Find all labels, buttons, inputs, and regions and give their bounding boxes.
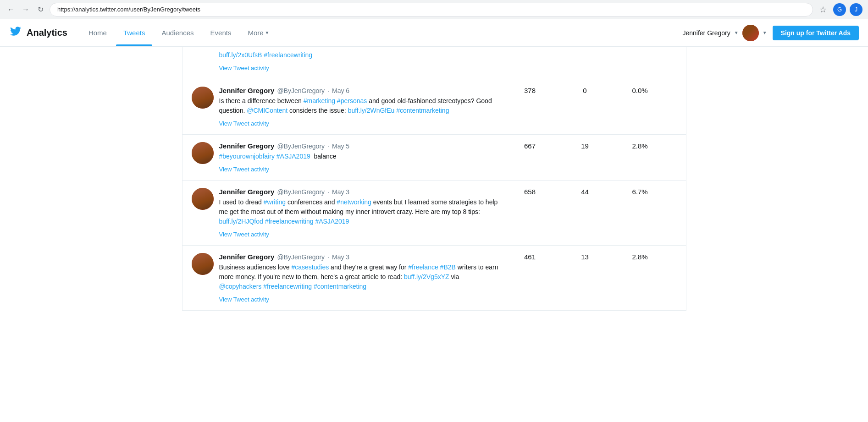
avatar-inner-4	[192, 253, 214, 275]
freelancewriting-tag-3[interactable]: #freelancewriting	[265, 218, 314, 225]
user-name-label: Jennifer Gregory	[682, 29, 730, 37]
google-profile-j[interactable]: J	[850, 3, 862, 16]
buff-link-1[interactable]: buff.ly/2WnGfEu	[348, 107, 395, 114]
twitter-bird-icon	[9, 26, 22, 40]
user-dropdown[interactable]: Jennifer Gregory ▼ ▼	[682, 25, 767, 41]
asja2019-tag-1[interactable]: #ASJA2019	[276, 153, 310, 160]
tweet-left-3: Jennifer Gregory @ByJenGregory · May 3 I…	[192, 188, 503, 238]
freelancewriting-tag-4[interactable]: #freelancewriting	[263, 283, 312, 290]
nav-more-label: More	[248, 29, 263, 37]
tweet-text-3: I used to dread #writing conferences and…	[219, 197, 503, 226]
buff-link-4[interactable]: buff.ly/2Vg5xYZ	[404, 273, 449, 280]
view-activity-link-2[interactable]: View Tweet activity	[219, 166, 269, 173]
tweet-dot-3: ·	[327, 188, 329, 196]
back-button[interactable]: ←	[6, 4, 17, 15]
engagements-2: 19	[558, 142, 613, 150]
signup-twitter-ads-button[interactable]: Sign up for Twitter Ads	[773, 26, 859, 40]
partial-freelancewriting-tag[interactable]: #freelancewriting	[264, 51, 312, 59]
tweet-date-2: May 5	[332, 142, 349, 150]
tweet-dot-2: ·	[327, 142, 329, 150]
impressions-2: 667	[503, 142, 558, 150]
b2b-tag[interactable]: #B2B	[440, 263, 456, 271]
impressions-3: 658	[503, 188, 558, 196]
view-activity-link-1[interactable]: View Tweet activity	[219, 120, 269, 127]
tweet-avatar-2	[192, 142, 214, 164]
nav-events[interactable]: Events	[203, 20, 239, 46]
tweet-avatar-1	[192, 87, 214, 109]
tweet-dot-4: ·	[327, 253, 329, 261]
buff-link-3[interactable]: buff.ly/2HJQfod	[219, 218, 263, 225]
personas-tag[interactable]: #personas	[337, 97, 367, 104]
tweet-username-1: Jennifer Gregory	[219, 87, 275, 94]
tweet-username-4: Jennifer Gregory	[219, 253, 275, 261]
avatar-inner-1	[192, 87, 214, 109]
refresh-button[interactable]: ↻	[35, 4, 46, 15]
tweet-header-3: Jennifer Gregory @ByJenGregory · May 3	[219, 188, 503, 196]
contentmarketing-tag-4[interactable]: #contentmarketing	[314, 283, 366, 290]
nav-tweets[interactable]: Tweets	[116, 20, 153, 46]
tweet-row: Jennifer Gregory @ByJenGregory · May 6 I…	[182, 79, 686, 135]
browser-actions: ☆ G J	[817, 3, 862, 16]
tweet-header-4: Jennifer Gregory @ByJenGregory · May 3	[219, 253, 503, 261]
nav-more[interactable]: More ▼	[240, 20, 276, 46]
engagements-4: 13	[558, 253, 613, 261]
tweet-row: Jennifer Gregory @ByJenGregory · May 3 B…	[182, 246, 686, 311]
copyhackers-mention[interactable]: @copyhackers	[219, 283, 262, 290]
asja2019-tag-3[interactable]: #ASJA2019	[315, 218, 349, 225]
tweet-row: Jennifer Gregory @ByJenGregory · May 3 I…	[182, 181, 686, 246]
partial-buff-link[interactable]: buff.ly/2x0UfsB	[219, 51, 262, 59]
tweet-handle-3: @ByJenGregory	[277, 188, 325, 196]
tweet-date-1: May 6	[332, 87, 349, 94]
nav-home[interactable]: Home	[81, 20, 114, 46]
avatar-inner-2	[192, 142, 214, 164]
engagements-3: 44	[558, 188, 613, 196]
tweet-date-3: May 3	[332, 188, 349, 196]
address-bar[interactable]: https://analytics.twitter.com/user/ByJen…	[50, 3, 813, 16]
tweet-body-1: Jennifer Gregory @ByJenGregory · May 6 I…	[219, 87, 503, 127]
partial-view-activity-link[interactable]: View Tweet activity	[219, 65, 269, 71]
star-button[interactable]: ☆	[817, 3, 829, 16]
casestudies-tag[interactable]: #casestudies	[292, 263, 329, 271]
tweet-header-2: Jennifer Gregory @ByJenGregory · May 5	[219, 142, 503, 150]
impressions-1: 378	[503, 87, 558, 94]
engagements-1: 0	[558, 87, 613, 94]
avatar-dropdown-chevron: ▼	[763, 30, 767, 35]
tweet-handle-4: @ByJenGregory	[277, 253, 325, 261]
networking-tag[interactable]: #networking	[337, 198, 371, 206]
partial-tweet-text: buff.ly/2x0UfsB #freelancewriting	[219, 50, 503, 60]
chevron-down-icon: ▼	[265, 30, 270, 35]
user-avatar	[742, 25, 759, 41]
beyourownjobfairy-tag[interactable]: #beyourownjobfairy	[219, 153, 275, 160]
engagement-rate-2: 2.8%	[613, 142, 668, 150]
impressions-4: 461	[503, 253, 558, 261]
contentmarketing-tag[interactable]: #contentmarketing	[396, 107, 449, 114]
partial-tweet-body: buff.ly/2x0UfsB #freelancewriting View T…	[219, 50, 503, 71]
cmi-content-mention[interactable]: @CMIContent	[247, 107, 287, 114]
partial-tweet-row: buff.ly/2x0UfsB #freelancewriting View T…	[182, 47, 686, 79]
tweet-row: Jennifer Gregory @ByJenGregory · May 5 #…	[182, 135, 686, 181]
freelance-tag[interactable]: #freelance	[408, 263, 438, 271]
tweet-left-4: Jennifer Gregory @ByJenGregory · May 3 B…	[192, 253, 503, 303]
tweet-stats-1: 378 0 0.0%	[503, 87, 677, 94]
tweet-header-1: Jennifer Gregory @ByJenGregory · May 6	[219, 87, 503, 94]
tweet-body-2: Jennifer Gregory @ByJenGregory · May 5 #…	[219, 142, 503, 173]
tweet-text-4: Business audiences love #casestudies and…	[219, 263, 503, 291]
browser-chrome: ← → ↻ https://analytics.twitter.com/user…	[0, 0, 868, 19]
google-profile-g[interactable]: G	[833, 3, 846, 16]
partial-tweet-left: buff.ly/2x0UfsB #freelancewriting View T…	[192, 50, 503, 71]
marketing-tag[interactable]: #marketing	[304, 97, 335, 104]
tweet-date-4: May 3	[332, 253, 349, 261]
tweet-stats-4: 461 13 2.8%	[503, 253, 677, 261]
writing-tag[interactable]: #writing	[264, 198, 286, 206]
tweet-left-1: Jennifer Gregory @ByJenGregory · May 6 I…	[192, 87, 503, 127]
tweet-left-2: Jennifer Gregory @ByJenGregory · May 5 #…	[192, 142, 503, 173]
tweet-text-1: Is there a difference between #marketing…	[219, 96, 503, 115]
url-text: https://analytics.twitter.com/user/ByJen…	[57, 6, 200, 13]
tweet-body-4: Jennifer Gregory @ByJenGregory · May 3 B…	[219, 253, 503, 303]
forward-button[interactable]: →	[20, 4, 31, 15]
engagement-rate-4: 2.8%	[613, 253, 668, 261]
view-activity-link-4[interactable]: View Tweet activity	[219, 296, 269, 303]
user-dropdown-chevron: ▼	[734, 30, 739, 35]
view-activity-link-3[interactable]: View Tweet activity	[219, 231, 269, 238]
nav-audiences[interactable]: Audiences	[154, 20, 201, 46]
